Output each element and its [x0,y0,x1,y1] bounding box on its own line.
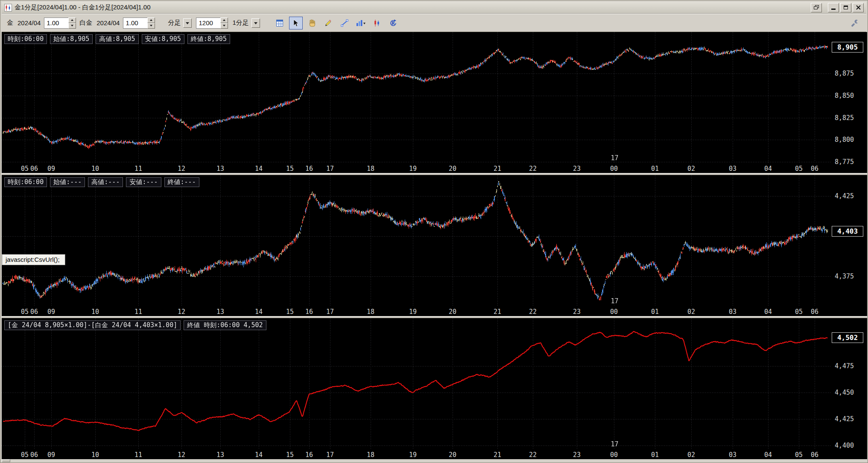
x-tick-label: 06 [30,165,38,173]
candlestick-tool-button[interactable] [370,17,384,29]
gold-multiplier-stepper: 1.00 [44,18,76,29]
hand-tool-icon [308,19,316,27]
x-tick-label: 17 [326,308,334,316]
gold-chart-header: 時刻:06:00 始値:8,905 高値:8,905 安値:8,905 終値:8… [4,34,230,44]
bar-count-down-button[interactable] [220,23,228,29]
float-window-button[interactable] [811,3,822,12]
x-tick-label: 06 [30,308,38,316]
gold-month-select[interactable]: 2024/04 [17,19,41,26]
close-icon [856,5,861,10]
trendline-tool-button[interactable] [338,17,351,29]
x-tick-label: 02 [687,308,695,316]
x-tick-label: 22 [529,308,537,316]
platinum-multiplier-input[interactable]: 1.00 [123,18,147,29]
gold-label: 金 [6,19,14,27]
x-tick-label: 00 [610,165,618,173]
platinum-low-readout: 安値:--- [126,177,161,187]
x-tick-label: 14 [255,308,263,316]
hand-tool-button[interactable] [305,17,319,29]
x-tick-label: 15 [286,165,294,173]
platinum-multiplier-up-button[interactable] [147,18,155,23]
pencil-tool-button[interactable] [321,17,335,29]
x-tick-label: 23 [573,451,581,459]
chart-grid-button[interactable] [273,17,286,29]
x-tick-label: 10 [91,451,99,459]
trendline-tool-icon [341,19,348,27]
gold-time-axis: 0506091011121314151617181920212223000102… [2,164,830,173]
platinum-time-readout: 時刻:06:00 [4,177,47,187]
gold-close-readout: 終値:8,905 [187,34,230,44]
settings-wrench-button[interactable] [848,17,862,29]
svg-text:R: R [392,21,395,26]
x-tick-label: 03 [729,165,736,173]
bar-type-dropdown[interactable]: 分足 [166,18,193,28]
x-tick-label: 10 [91,165,99,173]
x-tick-label: 09 [47,308,55,316]
x-tick-label: 18 [367,451,374,459]
gold-chart-canvas[interactable] [2,32,830,164]
up-arrow-icon [150,18,152,21]
platinum-chart-canvas[interactable] [2,175,830,307]
x-tick-label: 02 [687,165,695,173]
window-title: 金1分足[2024/04]1.00 - 白金1分足[2024/04]1.00 [15,3,151,12]
x-tick-label: 04 [764,308,772,316]
x-tick-label: 19 [409,308,417,316]
y-axis-label: 8,800 [835,136,854,144]
platinum-month-select[interactable]: 2024/04 [96,19,120,26]
spread-chart-canvas[interactable] [2,318,830,450]
x-tick-label: 05 [795,165,803,173]
chart-area: 時刻:06:00 始値:8,905 高値:8,905 安値:8,905 終値:8… [2,32,867,459]
spread-chart-panel: [金 24/04 8,905×1.00]-[白金 24/04 4,403×1.0… [2,318,867,459]
platinum-close-readout: 終値:--- [164,177,199,187]
close-button[interactable] [853,3,864,12]
reload-icon: R [389,19,397,27]
x-tick-label: 19 [409,451,417,459]
up-arrow-icon [223,18,225,21]
x-tick-label: 09 [47,451,55,459]
x-tick-label: 11 [134,308,142,316]
bar-count-up-button[interactable] [220,18,228,23]
bar-chart-tool-button[interactable] [354,17,368,29]
gold-multiplier-up-button[interactable] [68,18,76,23]
y-axis-label: 4,450 [835,389,854,396]
y-axis-label: 8,775 [835,158,854,166]
x-tick-label: 00 [610,308,618,316]
reload-button[interactable]: R [386,17,400,29]
horizontal-scrollbar[interactable] [2,459,867,462]
status-tooltip: javascript:CsvUrl(); [2,254,65,265]
maximize-button[interactable] [840,3,851,12]
platinum-chart-panel: 時刻:06:00 始値:--- 高値:--- 安値:--- 終値:--- 050… [2,175,867,316]
x-tick-label: 12 [178,308,185,316]
select-tool-button[interactable] [289,17,303,29]
x-tick-label: 00 [610,451,618,459]
x-tick-label: 05 [21,451,29,459]
x-tick-label: 02 [687,451,695,459]
bar-count-input[interactable]: 1200 [196,18,220,29]
gold-multiplier-down-button[interactable] [68,23,76,29]
x-tick-label: 05 [21,165,29,173]
gold-multiplier-input[interactable]: 1.00 [44,18,68,29]
x-tick-label: 01 [651,308,659,316]
app-window: 金1分足[2024/04]1.00 - 白金1分足[2024/04]1.00 金… [0,0,868,463]
x-tick-label: 17 [326,451,334,459]
x-tick-label: 13 [216,165,224,173]
y-axis-label: 4,375 [835,273,854,280]
interval-dropdown[interactable]: 1分足 [231,18,261,28]
platinum-high-readout: 高値:--- [88,177,123,187]
window-buttons [811,3,864,12]
minimize-button[interactable] [828,3,839,12]
x-tick-label: 23 [573,308,581,316]
x-tick-label: 16 [305,451,313,459]
y-axis-label: 4,425 [835,192,854,200]
platinum-time-axis: 0506091011121314151617181920212223000102… [2,307,830,316]
down-arrow-icon [223,25,225,28]
x-tick-label: 12 [178,165,185,173]
float-window-icon [814,5,819,10]
platinum-multiplier-down-button[interactable] [147,23,155,29]
bar-type-label: 分足 [168,19,181,27]
x-tick-label: 12 [178,451,185,459]
scrollbar-thumb[interactable] [2,459,10,462]
x-tick-label: 05 [795,308,803,316]
titlebar: 金1分足[2024/04]1.00 - 白金1分足[2024/04]1.00 [2,2,866,14]
x-tick-label: 21 [494,165,501,173]
